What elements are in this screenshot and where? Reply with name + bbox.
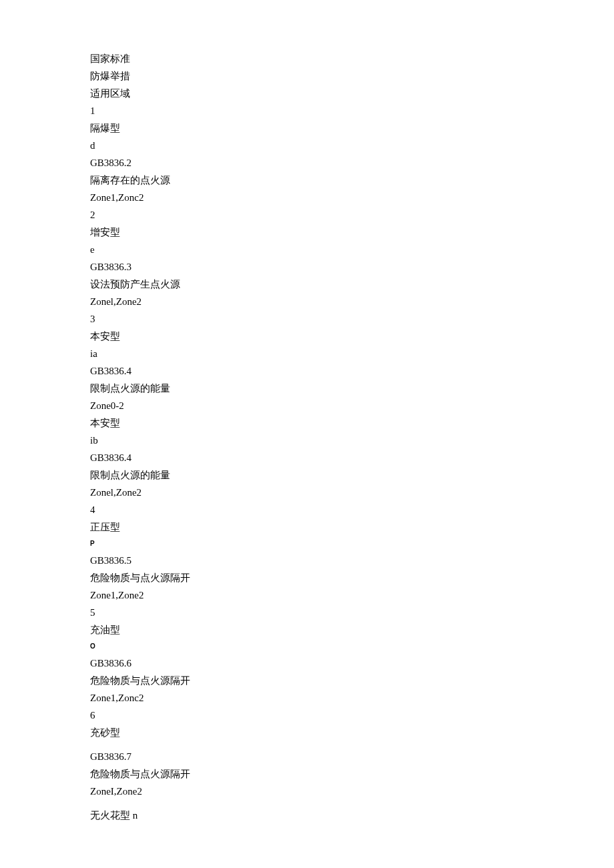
text-line: Zone0-2 (90, 397, 524, 414)
text-line: ia (90, 345, 524, 362)
text-line: 本安型 (90, 328, 524, 345)
text-line: 防爆举措 (90, 67, 524, 85)
text-line: 国家标准 (90, 50, 524, 67)
text-line: Zone1,Zone2 (90, 586, 524, 604)
text-line: 增安型 (90, 224, 524, 241)
text-line: 充砂型 (90, 724, 524, 741)
text-line: P (90, 536, 524, 552)
text-line: 危险物质与点火源隔开 (90, 672, 524, 689)
text-line: 1 (90, 102, 524, 119)
text-line: Zone1,Zonc2 (90, 189, 524, 206)
text-line: 危险物质与点火源隔开 (90, 569, 524, 586)
document-page: 国家标准防爆举措适用区域1隔爆型dGB3836.2隔离存在的点火源Zone1,Z… (0, 0, 524, 824)
text-line: GB3836.3 (90, 258, 524, 276)
text-line: 隔爆型 (90, 119, 524, 137)
text-line: O (90, 638, 524, 655)
text-line: 6 (90, 707, 524, 724)
text-line: 限制点火源的能量 (90, 466, 524, 484)
text-line: GB3836.5 (90, 552, 524, 569)
text-line: ZoneI,Zone2 (90, 783, 524, 800)
text-line: d (90, 137, 524, 154)
text-line: 本安型 (90, 414, 524, 432)
text-line: GB3836.4 (90, 449, 524, 466)
text-line: GB3836.6 (90, 655, 524, 672)
text-line: 隔离存在的点火源 (90, 171, 524, 189)
text-line: 5 (90, 604, 524, 621)
text-line: 设法预防产生点火源 (90, 276, 524, 293)
text-line: e (90, 241, 524, 258)
text-line: GB3836.4 (90, 362, 524, 380)
text-line: ib (90, 432, 524, 449)
text-line: GB3836.2 (90, 154, 524, 171)
text-line: 适用区域 (90, 85, 524, 102)
text-line: Zone1,Zonc2 (90, 689, 524, 707)
text-line: 4 (90, 501, 524, 518)
text-line: Zonel,Zone2 (90, 293, 524, 310)
text-line: 限制点火源的能量 (90, 380, 524, 397)
text-line: 正压型 (90, 518, 524, 536)
text-line: 无火花型 n (90, 807, 524, 824)
text-line: 2 (90, 206, 524, 224)
text-line: 危险物质与点火源隔开 (90, 765, 524, 783)
text-line: Zonel,Zone2 (90, 484, 524, 501)
text-line (90, 741, 524, 748)
text-line: GB3836.7 (90, 748, 524, 765)
text-line: 充油型 (90, 621, 524, 638)
text-line: 3 (90, 310, 524, 328)
